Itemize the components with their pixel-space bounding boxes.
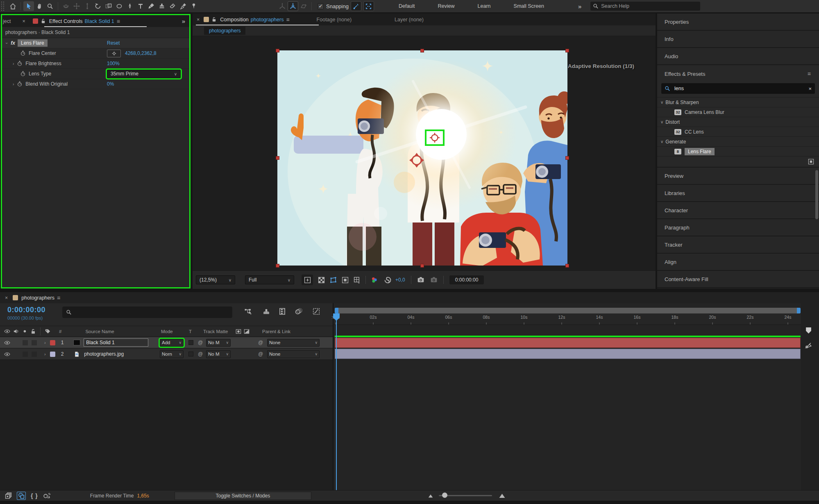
timeline-tab-close-icon[interactable]: × bbox=[5, 295, 8, 301]
clear-search-icon[interactable]: × bbox=[808, 86, 812, 92]
home-button[interactable] bbox=[7, 1, 18, 11]
blend-mode-dropdown[interactable]: Norn ∨ bbox=[160, 350, 184, 358]
work-area-start-handle[interactable] bbox=[335, 308, 338, 313]
region-of-interest-button[interactable] bbox=[342, 277, 349, 284]
project-tab-clipped[interactable]: ject bbox=[3, 18, 11, 24]
layer-label-swatch[interactable] bbox=[50, 352, 55, 357]
timeline-track-area[interactable]: :00s 02s 04s 06s 08s 10s 12s 14s 16s 18s… bbox=[333, 303, 801, 490]
magnification-dropdown[interactable]: (12,5%) ∨ bbox=[196, 275, 235, 284]
selection-handle[interactable] bbox=[565, 156, 569, 160]
fast-previews-button[interactable] bbox=[302, 275, 313, 285]
motion-blur-button[interactable] bbox=[295, 308, 302, 315]
parent-pickwhip-icon[interactable]: @ bbox=[258, 351, 263, 357]
panel-group-swatch[interactable] bbox=[33, 18, 38, 24]
selection-tool[interactable] bbox=[23, 1, 34, 11]
source-name-column-header[interactable]: Source Name bbox=[85, 329, 114, 334]
timeline-zoom-slider[interactable] bbox=[439, 495, 492, 496]
puppet-pin-tool[interactable] bbox=[188, 1, 199, 11]
composition-viewer[interactable]: Adaptive Resolution (1/3) bbox=[193, 36, 656, 270]
stopwatch-icon[interactable] bbox=[20, 71, 26, 77]
panel-menu-icon[interactable]: ≡ bbox=[808, 70, 811, 77]
switch-cell[interactable] bbox=[32, 340, 37, 345]
toggle-switches-modes-button[interactable]: Toggle Switches / Modes bbox=[175, 492, 311, 500]
t-column-header[interactable]: T bbox=[189, 329, 192, 334]
composition-tab-title[interactable]: Composition bbox=[220, 17, 248, 23]
selection-handle[interactable] bbox=[276, 156, 279, 160]
world-axis-mode-button[interactable] bbox=[288, 1, 298, 11]
show-snapshot-button[interactable] bbox=[430, 276, 438, 284]
layer-twirl-icon[interactable]: › bbox=[44, 340, 46, 345]
tab-info[interactable]: Info bbox=[657, 31, 819, 48]
mode-column-header[interactable]: Mode bbox=[161, 329, 173, 334]
right-panel-scrollbar[interactable] bbox=[815, 170, 818, 219]
tab-properties[interactable]: Properties bbox=[657, 14, 819, 31]
panel-group-swatch[interactable] bbox=[13, 295, 18, 300]
timeline-search-input[interactable] bbox=[72, 309, 229, 316]
type-tool[interactable] bbox=[135, 1, 146, 11]
brush-tool[interactable] bbox=[146, 1, 157, 11]
zoom-out-mountain-icon[interactable] bbox=[428, 493, 433, 499]
flare-center-point-icon[interactable] bbox=[429, 132, 440, 143]
zoom-tool[interactable] bbox=[45, 1, 55, 11]
twirl-closed-icon[interactable]: › bbox=[13, 61, 14, 66]
layer-row-1[interactable]: › 1 Black Solid 1 Add ∨ @ No M ∨ @ None … bbox=[0, 337, 333, 348]
comp-flowchart-icon[interactable] bbox=[805, 342, 812, 349]
effect-header-row[interactable]: › fx Lens Flare Reset bbox=[2, 38, 189, 48]
work-area-end-handle[interactable] bbox=[797, 308, 801, 313]
mask-visibility-button[interactable] bbox=[330, 277, 337, 284]
dolly-camera-tool[interactable] bbox=[82, 1, 93, 11]
expand-render-time-pane-button[interactable] bbox=[43, 492, 51, 499]
workspace-review[interactable]: Review bbox=[438, 3, 455, 9]
matte-pickwhip-icon[interactable]: @ bbox=[198, 340, 203, 345]
preserve-transparency-checkbox[interactable] bbox=[188, 352, 193, 356]
timeline-tab-title[interactable]: photographers bbox=[21, 295, 54, 301]
tab-audio[interactable]: Audio bbox=[657, 48, 819, 65]
lens-type-dropdown[interactable]: 35mm Prime ∨ bbox=[107, 70, 181, 78]
expand-layer-switches-button[interactable] bbox=[5, 492, 12, 499]
selection-handle[interactable] bbox=[565, 49, 569, 52]
workspace-overflow-chevron[interactable]: » bbox=[578, 3, 581, 10]
panel-group-swatch[interactable] bbox=[204, 17, 209, 22]
snapping-control[interactable]: ✓ Snapping bbox=[318, 3, 349, 9]
blend-mode-dropdown[interactable]: Add ∨ bbox=[160, 339, 184, 347]
pan-behind-tool[interactable] bbox=[103, 1, 114, 11]
take-snapshot-button[interactable] bbox=[417, 276, 424, 284]
tab-libraries[interactable]: Libraries bbox=[657, 185, 819, 202]
track-matte-dropdown[interactable]: No M ∨ bbox=[206, 350, 231, 358]
composition-tab-target[interactable]: photographers bbox=[251, 17, 284, 23]
viewer-timecode[interactable]: 0:00:00:00 bbox=[449, 275, 484, 284]
draft-3d-button[interactable] bbox=[262, 308, 270, 315]
twirl-open-icon[interactable]: › bbox=[5, 42, 9, 43]
stopwatch-icon[interactable] bbox=[17, 81, 23, 87]
new-panel-corner-icon[interactable] bbox=[808, 159, 814, 165]
tab-effects-presets[interactable]: Effects & Presets ≡ bbox=[657, 65, 819, 82]
selection-handle[interactable] bbox=[565, 264, 569, 268]
matte-pickwhip-icon[interactable]: @ bbox=[198, 351, 203, 357]
composition-tab-close-icon[interactable]: × bbox=[197, 17, 200, 23]
effects-group-distort[interactable]: ∨ Distort bbox=[657, 117, 819, 127]
parent-dropdown[interactable]: None ∨ bbox=[267, 350, 320, 358]
layer-visibility-eye-icon[interactable] bbox=[4, 340, 10, 346]
selection-handle[interactable] bbox=[276, 49, 279, 52]
tab-overflow-chevron[interactable]: » bbox=[182, 18, 185, 25]
effect-item-cc-lens[interactable]: 32 CC Lens bbox=[657, 127, 819, 136]
frame-blending-button[interactable] bbox=[279, 308, 286, 315]
workspace-learn[interactable]: Learn bbox=[478, 3, 491, 9]
grid-guides-button[interactable] bbox=[354, 277, 361, 284]
clone-stamp-tool[interactable] bbox=[157, 1, 167, 11]
search-help-box[interactable] bbox=[590, 2, 700, 11]
selection-handle[interactable] bbox=[276, 264, 279, 268]
tab-align[interactable]: Align bbox=[657, 254, 819, 271]
layer-row-2[interactable]: › 2 photographers.jpg Norn ∨ @ No M ∨ @ … bbox=[0, 349, 333, 360]
layer-twirl-icon[interactable]: › bbox=[44, 352, 46, 356]
selection-handle[interactable] bbox=[420, 264, 424, 268]
exposure-value[interactable]: +0,0 bbox=[395, 277, 405, 283]
roto-brush-tool[interactable] bbox=[178, 1, 188, 11]
mini-flowchart-button[interactable] bbox=[244, 308, 252, 315]
effects-group-generate[interactable]: ∨ Generate bbox=[657, 136, 819, 146]
exposure-reset-button[interactable] bbox=[384, 277, 391, 284]
track-matte-column-header[interactable]: Track Matte bbox=[203, 329, 228, 334]
unlock-icon[interactable] bbox=[211, 17, 217, 22]
tab-content-aware-fill[interactable]: Content-Aware Fill bbox=[657, 271, 819, 288]
property-value[interactable]: 100% bbox=[107, 61, 120, 66]
